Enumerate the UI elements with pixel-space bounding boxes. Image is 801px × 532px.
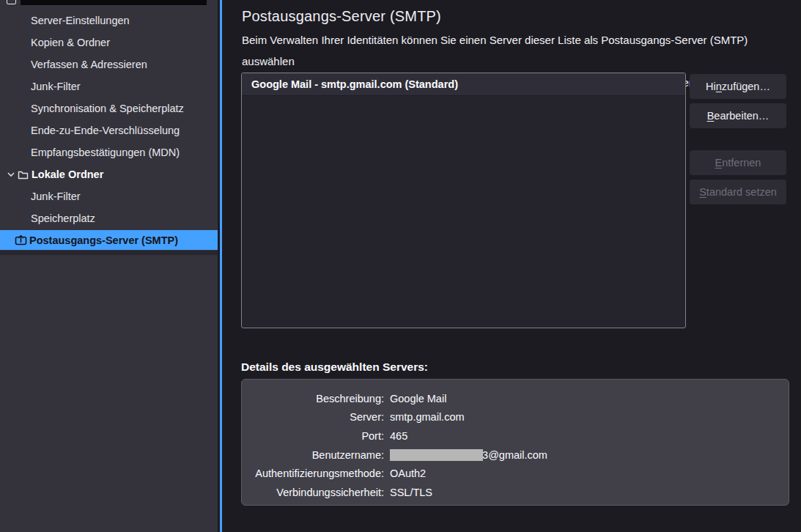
- sidebar-item-server-einstellungen[interactable]: Server-Einstellungen: [0, 10, 218, 32]
- edit-server-button[interactable]: Bearbeiten…: [690, 103, 786, 128]
- sidebar-item-label: Synchronisation & Speicherplatz: [31, 103, 184, 114]
- description-line-1: Beim Verwalten Ihrer Identitäten können …: [242, 29, 793, 72]
- detail-value: OAuth2: [384, 468, 426, 479]
- detail-label: Beschreibung:: [242, 393, 384, 404]
- details-heading: Details des ausgewählten Servers:: [241, 361, 428, 374]
- label-part: tandard setzen: [706, 186, 777, 198]
- account-icon: [7, 0, 16, 4]
- sidebar-item-label: Empfangsbestätigungen (MDN): [31, 147, 180, 158]
- sidebar-item-label: Junk-Filter: [31, 191, 81, 202]
- detail-label: Port:: [242, 430, 384, 442]
- page-title: Postausgangs-Server (SMTP): [242, 8, 441, 25]
- focus-accent-line: [220, 0, 222, 532]
- label-part: ntfernen: [722, 157, 761, 169]
- detail-value: smtp.gmail.com: [384, 411, 465, 423]
- label-part: zufügen…: [722, 81, 770, 92]
- chevron-down-icon[interactable]: [6, 171, 16, 177]
- sidebar-item-label: Junk-Filter: [31, 81, 81, 92]
- detail-row-verbindungssicherheit: Verbindungssicherheit: SSL/TLS: [242, 483, 789, 502]
- sidebar-item-ende-zu-ende-verschluesselung[interactable]: Ende-zu-Ende-Verschlüsselung: [0, 119, 218, 141]
- outbox-up-arrow-icon: [15, 234, 27, 246]
- settings-sidebar: mshamburg63@gmail.com Server-Einstellung…: [0, 0, 218, 532]
- detail-label: Benutzername:: [242, 449, 384, 461]
- detail-value: SSL/TLS: [384, 487, 432, 498]
- sidebar-item-label: Lokale Ordner: [32, 169, 103, 180]
- detail-label: Server:: [242, 411, 384, 423]
- sidebar-divider: [0, 251, 218, 255]
- detail-label: Authentifizierungsmethode:: [242, 468, 384, 479]
- account-header-row[interactable]: mshamburg63@gmail.com: [0, 0, 218, 10]
- sidebar-item-speicherplatz[interactable]: Speicherplatz: [0, 207, 218, 229]
- sidebar-item-junk-filter-account[interactable]: Junk-Filter: [0, 75, 218, 97]
- sidebar-item-label: Server-Einstellungen: [31, 15, 130, 26]
- detail-value: Google Mail: [384, 393, 446, 404]
- detail-value: 465: [384, 430, 407, 442]
- sidebar-item-kopien-ordner[interactable]: Kopien & Ordner: [0, 32, 218, 53]
- sidebar-item-verfassen-adressieren[interactable]: Verfassen & Adressieren: [0, 53, 218, 75]
- accesskey: n: [716, 81, 722, 92]
- sidebar-item-postausgangs-server-smtp[interactable]: Postausgangs-Server (SMTP): [0, 230, 218, 250]
- sidebar-item-label: Kopien & Ordner: [31, 37, 110, 48]
- set-default-server-button[interactable]: Standard setzen: [690, 180, 786, 204]
- sidebar-item-empfangsbestaetigungen[interactable]: Empfangsbestätigungen (MDN): [0, 141, 218, 163]
- sidebar-item-label: Postausgangs-Server (SMTP): [29, 234, 178, 246]
- label-part: earbeiten…: [714, 110, 769, 122]
- detail-value: 63@gmail.com: [384, 449, 547, 461]
- username-visible-suffix: 63@gmail.com: [476, 449, 547, 461]
- sidebar-item-label: Verfassen & Adressieren: [31, 59, 147, 70]
- sidebar-item-synchronisation-speicherplatz[interactable]: Synchronisation & Speicherplatz: [0, 97, 218, 119]
- folder-icon: [18, 170, 29, 180]
- accesskey: E: [715, 157, 723, 169]
- sidebar-item-label: Speicherplatz: [31, 213, 95, 224]
- smtp-server-list[interactable]: Google Mail - smtp.gmail.com (Standard): [241, 73, 686, 328]
- username-redaction-box: [390, 449, 483, 461]
- detail-row-port: Port: 465: [242, 426, 789, 446]
- add-server-button[interactable]: Hinzufügen…: [690, 74, 786, 99]
- sidebar-item-label: Ende-zu-Ende-Verschlüsselung: [31, 125, 180, 136]
- detail-row-benutzername: Benutzername: 63@gmail.com: [242, 446, 789, 465]
- sidebar-item-lokale-ordner[interactable]: Lokale Ordner: [0, 163, 218, 185]
- label-part: Hi: [706, 81, 716, 92]
- redaction-bar: [21, 0, 207, 5]
- detail-label: Verbindungssicherheit:: [242, 487, 384, 498]
- remove-server-button[interactable]: Entfernen: [690, 150, 786, 175]
- accesskey: B: [707, 110, 715, 122]
- accesskey: S: [699, 186, 706, 198]
- server-details-panel: Beschreibung: Google Mail Server: smtp.g…: [241, 379, 789, 506]
- detail-row-server: Server: smtp.gmail.com: [242, 408, 789, 427]
- detail-row-authentifizierungsmethode: Authentifizierungsmethode: OAuth2: [242, 464, 789, 483]
- server-list-item[interactable]: Google Mail - smtp.gmail.com (Standard): [242, 73, 685, 96]
- sidebar-item-junk-filter-local[interactable]: Junk-Filter: [0, 185, 218, 207]
- detail-row-beschreibung: Beschreibung: Google Mail: [242, 389, 789, 408]
